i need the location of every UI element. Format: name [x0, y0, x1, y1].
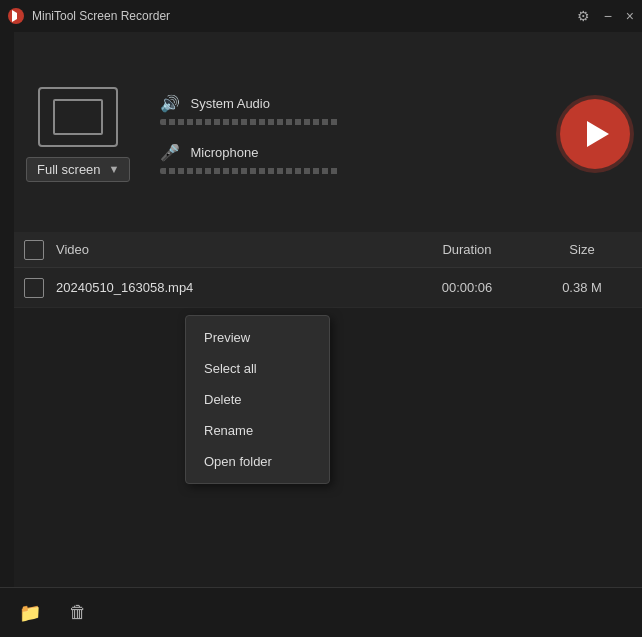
- title-bar-left: MiniTool Screen Recorder: [8, 8, 170, 24]
- main-area: Full screen ▼ 🔊 System Audio 🎤: [0, 32, 642, 587]
- system-audio-bar: [160, 119, 340, 125]
- microphone-icon: 🎤: [160, 143, 180, 162]
- delete-button[interactable]: 🗑: [64, 599, 92, 627]
- microphone-header: 🎤 Microphone: [160, 143, 530, 162]
- trash-icon: 🗑: [69, 602, 87, 623]
- row-size: 0.38 M: [532, 280, 632, 295]
- screen-icon-inner: [53, 99, 103, 135]
- system-audio-item: 🔊 System Audio: [160, 94, 530, 125]
- speaker-icon: 🔊: [160, 94, 180, 113]
- system-audio-header: 🔊 System Audio: [160, 94, 530, 113]
- context-menu-select-all[interactable]: Select all: [186, 353, 329, 384]
- open-folder-button[interactable]: 📁: [16, 599, 44, 627]
- context-menu-preview[interactable]: Preview: [186, 322, 329, 353]
- table-row[interactable]: 20240510_163058.mp4 00:00:06 0.38 M: [14, 268, 642, 308]
- dropdown-arrow-icon: ▼: [109, 163, 120, 175]
- left-strip: [0, 32, 14, 587]
- table-header: Video Duration Size: [14, 232, 642, 268]
- fullscreen-label: Full screen: [37, 162, 101, 177]
- row-filename: 20240510_163058.mp4: [56, 280, 402, 295]
- context-menu-open-folder[interactable]: Open folder: [186, 446, 329, 477]
- app-icon: [8, 8, 24, 24]
- microphone-audio-bar: [160, 168, 340, 174]
- screen-icon: [38, 87, 118, 147]
- record-play-icon: [587, 121, 609, 147]
- audio-controls: 🔊 System Audio 🎤 Microphone: [160, 94, 530, 174]
- title-bar-controls: ⚙ − ×: [577, 9, 634, 23]
- context-menu-delete[interactable]: Delete: [186, 384, 329, 415]
- screen-capture-section: Full screen ▼: [26, 87, 130, 182]
- row-checkbox[interactable]: [24, 278, 44, 298]
- folder-icon: 📁: [19, 602, 41, 624]
- row-duration: 00:00:06: [402, 280, 532, 295]
- record-button[interactable]: [560, 99, 630, 169]
- top-controls: Full screen ▼ 🔊 System Audio 🎤: [14, 32, 642, 232]
- title-bar: MiniTool Screen Recorder ⚙ − ×: [0, 0, 642, 32]
- fullscreen-dropdown[interactable]: Full screen ▼: [26, 157, 130, 182]
- microphone-item: 🎤 Microphone: [160, 143, 530, 174]
- col-header-duration: Duration: [402, 242, 532, 257]
- center-content: Full screen ▼ 🔊 System Audio 🎤: [14, 32, 642, 587]
- context-menu-rename[interactable]: Rename: [186, 415, 329, 446]
- app-title: MiniTool Screen Recorder: [32, 9, 170, 23]
- settings-button[interactable]: ⚙: [577, 9, 590, 23]
- col-header-size: Size: [532, 242, 632, 257]
- context-menu: Preview Select all Delete Rename Open fo…: [185, 315, 330, 484]
- minimize-button[interactable]: −: [604, 9, 612, 23]
- system-audio-label: System Audio: [190, 96, 270, 111]
- close-button[interactable]: ×: [626, 9, 634, 23]
- microphone-label: Microphone: [190, 145, 258, 160]
- col-header-video: Video: [56, 242, 402, 257]
- select-all-checkbox[interactable]: [24, 240, 44, 260]
- bottom-toolbar: 📁 🗑: [0, 587, 642, 637]
